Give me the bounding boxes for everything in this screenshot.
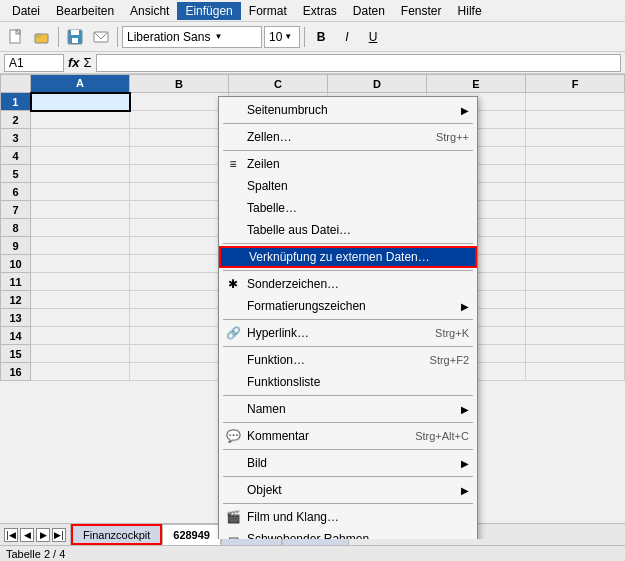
- menu-item-film[interactable]: 🎬Film und Klang…: [219, 506, 477, 528]
- row-header-9[interactable]: 9: [1, 237, 31, 255]
- font-dropdown-arrow[interactable]: ▼: [214, 32, 222, 41]
- cell-B1[interactable]: [130, 93, 229, 111]
- formula-input[interactable]: [96, 54, 621, 72]
- col-header-F[interactable]: F: [526, 75, 625, 93]
- cell-B12[interactable]: [130, 291, 229, 309]
- menu-item-objekt[interactable]: Objekt▶: [219, 479, 477, 501]
- cell-B14[interactable]: [130, 327, 229, 345]
- menu-item-kommentar[interactable]: 💬KommentarStrg+Alt+C: [219, 425, 477, 447]
- row-header-1[interactable]: 1: [1, 93, 31, 111]
- row-header-4[interactable]: 4: [1, 147, 31, 165]
- cell-F12[interactable]: [526, 291, 625, 309]
- cell-B15[interactable]: [130, 345, 229, 363]
- row-header-16[interactable]: 16: [1, 363, 31, 381]
- cell-A13[interactable]: [31, 309, 130, 327]
- menu-item-seitenumbruch[interactable]: Seitenumbruch▶: [219, 99, 477, 121]
- cell-F10[interactable]: [526, 255, 625, 273]
- menu-format[interactable]: Format: [241, 2, 295, 20]
- tab-prev-button[interactable]: ◀: [20, 528, 34, 542]
- row-header-14[interactable]: 14: [1, 327, 31, 345]
- col-header-A[interactable]: A: [31, 75, 130, 93]
- underline-button[interactable]: U: [361, 25, 385, 49]
- cell-A2[interactable]: [31, 111, 130, 129]
- cell-A11[interactable]: [31, 273, 130, 291]
- tab-next-button[interactable]: ▶: [36, 528, 50, 542]
- font-selector[interactable]: Liberation Sans ▼: [122, 26, 262, 48]
- email-button[interactable]: [89, 25, 113, 49]
- corner-cell[interactable]: [1, 75, 31, 93]
- row-header-7[interactable]: 7: [1, 201, 31, 219]
- row-header-3[interactable]: 3: [1, 129, 31, 147]
- cell-B2[interactable]: [130, 111, 229, 129]
- cell-F15[interactable]: [526, 345, 625, 363]
- cell-B11[interactable]: [130, 273, 229, 291]
- menu-fenster[interactable]: Fenster: [393, 2, 450, 20]
- menu-ansicht[interactable]: Ansicht: [122, 2, 177, 20]
- menu-item-funktion[interactable]: Funktion…Strg+F2: [219, 349, 477, 371]
- cell-F6[interactable]: [526, 183, 625, 201]
- size-dropdown-arrow[interactable]: ▼: [284, 32, 292, 41]
- tab-first-button[interactable]: |◀: [4, 528, 18, 542]
- cell-B10[interactable]: [130, 255, 229, 273]
- cell-F2[interactable]: [526, 111, 625, 129]
- cell-F9[interactable]: [526, 237, 625, 255]
- save-button[interactable]: [63, 25, 87, 49]
- cell-F11[interactable]: [526, 273, 625, 291]
- cell-A6[interactable]: [31, 183, 130, 201]
- cell-A15[interactable]: [31, 345, 130, 363]
- menu-item-verknuepfung[interactable]: Verknüpfung zu externen Daten…: [219, 246, 477, 268]
- menu-item-spalten[interactable]: Spalten: [219, 175, 477, 197]
- row-header-10[interactable]: 10: [1, 255, 31, 273]
- cell-A12[interactable]: [31, 291, 130, 309]
- font-size-selector[interactable]: 10 ▼: [264, 26, 300, 48]
- cell-A9[interactable]: [31, 237, 130, 255]
- row-header-8[interactable]: 8: [1, 219, 31, 237]
- col-header-D[interactable]: D: [328, 75, 427, 93]
- menu-item-hyperlink[interactable]: 🔗Hyperlink…Strg+K: [219, 322, 477, 344]
- cell-B9[interactable]: [130, 237, 229, 255]
- cell-F5[interactable]: [526, 165, 625, 183]
- row-header-11[interactable]: 11: [1, 273, 31, 291]
- menu-datei[interactable]: Datei: [4, 2, 48, 20]
- cell-B5[interactable]: [130, 165, 229, 183]
- cell-A16[interactable]: [31, 363, 130, 381]
- cell-A14[interactable]: [31, 327, 130, 345]
- col-header-B[interactable]: B: [130, 75, 229, 93]
- menu-item-namen[interactable]: Namen▶: [219, 398, 477, 420]
- cell-A1[interactable]: [31, 93, 130, 111]
- cell-F13[interactable]: [526, 309, 625, 327]
- row-header-5[interactable]: 5: [1, 165, 31, 183]
- cell-F7[interactable]: [526, 201, 625, 219]
- menu-item-bild[interactable]: Bild▶: [219, 452, 477, 474]
- menu-bearbeiten[interactable]: Bearbeiten: [48, 2, 122, 20]
- row-header-12[interactable]: 12: [1, 291, 31, 309]
- menu-item-zeilen[interactable]: ≡Zeilen: [219, 153, 477, 175]
- cell-B3[interactable]: [130, 129, 229, 147]
- cell-B8[interactable]: [130, 219, 229, 237]
- row-header-13[interactable]: 13: [1, 309, 31, 327]
- cell-A8[interactable]: [31, 219, 130, 237]
- tab-628949[interactable]: 628949: [162, 524, 221, 545]
- row-header-15[interactable]: 15: [1, 345, 31, 363]
- menu-hilfe[interactable]: Hilfe: [450, 2, 490, 20]
- cell-F14[interactable]: [526, 327, 625, 345]
- menu-item-formatierungszeichen[interactable]: Formatierungszeichen▶: [219, 295, 477, 317]
- cell-F8[interactable]: [526, 219, 625, 237]
- menu-daten[interactable]: Daten: [345, 2, 393, 20]
- menu-item-sonderzeichen[interactable]: ✱Sonderzeichen…: [219, 273, 477, 295]
- menu-item-tabelle-datei[interactable]: Tabelle aus Datei…: [219, 219, 477, 241]
- menu-item-rahmen[interactable]: ▭Schwebender Rahmen…: [219, 528, 477, 539]
- col-header-E[interactable]: E: [427, 75, 526, 93]
- cell-A4[interactable]: [31, 147, 130, 165]
- cell-A10[interactable]: [31, 255, 130, 273]
- tab-last-button[interactable]: ▶|: [52, 528, 66, 542]
- col-header-C[interactable]: C: [229, 75, 328, 93]
- cell-F1[interactable]: [526, 93, 625, 111]
- cell-B13[interactable]: [130, 309, 229, 327]
- row-header-6[interactable]: 6: [1, 183, 31, 201]
- cell-B6[interactable]: [130, 183, 229, 201]
- menu-item-zellen[interactable]: Zellen…Strg++: [219, 126, 477, 148]
- new-button[interactable]: [4, 25, 28, 49]
- menu-item-funktionsliste[interactable]: Funktionsliste: [219, 371, 477, 393]
- cell-reference[interactable]: A1: [4, 54, 64, 72]
